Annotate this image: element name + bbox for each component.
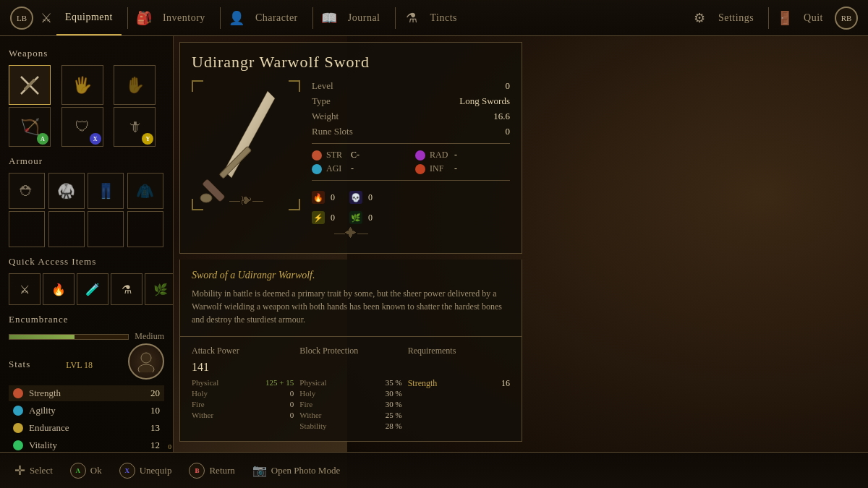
photo-action[interactable]: 📷 Open Photo Mode: [252, 463, 340, 477]
dagger-icon: 🗡: [127, 119, 142, 135]
encumbrance-bar: [9, 334, 129, 340]
armour-grid: ⛑ 🥋 👖 🧥: [9, 173, 164, 247]
avatar: 0: [128, 343, 164, 380]
quick-slot-2[interactable]: 🔥: [43, 273, 75, 305]
nav-item-equipment[interactable]: Equipment: [56, 0, 122, 35]
attack-power-col: Attack Power 141 Physical 125 + 15 Holy …: [192, 346, 294, 432]
quick-slot-5[interactable]: 🌿: [145, 273, 174, 305]
weapons-grid: 🖐 ✋ 🏹 A 🛡 X 🗡 Y: [9, 65, 164, 147]
fire-dmg-val: 0: [331, 192, 335, 203]
ornament-middle: ⸻✦⸻: [192, 227, 510, 240]
agility-value: 10: [142, 405, 160, 416]
quick-slot-4[interactable]: ⚗: [111, 273, 142, 305]
quick-slot-3[interactable]: 🧪: [77, 273, 109, 305]
type-label: Type: [312, 95, 331, 107]
fire-atk-value: 0: [290, 400, 294, 408]
armour-slot-6[interactable]: [48, 211, 85, 247]
nav-item-character[interactable]: Character: [247, 0, 307, 35]
weapon-slot-3[interactable]: ✋: [114, 65, 156, 105]
stat-row-vitality[interactable]: Vitality 12: [9, 437, 164, 452]
main-panel: Udirangr Warwolf Sword: [174, 36, 528, 452]
holy-atk-label: Holy: [192, 389, 208, 398]
weapon-slot-4[interactable]: 🏹 A: [9, 107, 51, 147]
armour-slot-chest[interactable]: 🥋: [48, 173, 85, 209]
fire-atk-label: Fire: [192, 400, 205, 408]
armour-slot-5[interactable]: [9, 211, 45, 247]
block-stability-value: 28 %: [386, 421, 402, 430]
nav-item-inventory[interactable]: Inventory: [154, 0, 214, 35]
str-dot: [312, 150, 322, 160]
damage-col-1: 🔥 0 ⚡ 0: [312, 187, 335, 224]
armour-slot-legs[interactable]: 👖: [88, 173, 124, 209]
attr-grid: STR C- RAD - AGI - INF: [312, 150, 510, 174]
stat-row-agility[interactable]: Agility 10: [9, 403, 164, 419]
weapon-slot-6[interactable]: 🗡 Y: [114, 107, 156, 147]
nature-dmg-val: 0: [368, 213, 373, 223]
unequip-btn-icon: X: [119, 463, 135, 479]
armour-slot-8[interactable]: [127, 211, 163, 247]
damage-rows: 🔥 0 ⚡ 0 💀 0 🌿: [312, 187, 510, 224]
rad-label: RAD: [430, 150, 450, 160]
flame-icon: 🔥: [51, 283, 66, 296]
ornament-bottom: ⸻❧⸻: [192, 194, 300, 207]
wither-dmg-icon: 💀: [349, 191, 362, 204]
level-value: 0: [506, 80, 511, 92]
nav-item-quit[interactable]: Quit: [795, 0, 832, 35]
armour-slot-cape[interactable]: 🧥: [127, 173, 163, 209]
return-action[interactable]: B Return: [189, 463, 234, 479]
return-label: Return: [209, 465, 234, 476]
slot-badge-a: A: [37, 133, 48, 145]
nav-item-tincts[interactable]: Tincts: [422, 0, 467, 35]
endurance-name: Endurance: [29, 422, 142, 434]
level-label: Level: [312, 80, 333, 92]
block-physical-value: 35 %: [386, 378, 402, 387]
nav-sep-3: [312, 7, 313, 29]
req-title: Requirements: [408, 346, 510, 356]
flask-icon: ⚗: [122, 283, 132, 296]
helmet-icon: ⛑: [20, 183, 34, 200]
unequip-btn-letter: X: [124, 467, 129, 474]
ok-action[interactable]: A Ok: [70, 463, 102, 479]
nav-item-journal[interactable]: Journal: [339, 0, 389, 35]
quick-slot-1[interactable]: ⚔: [9, 273, 41, 305]
slot-badge-y: Y: [142, 133, 153, 145]
block-physical-row: Physical 35 %: [299, 378, 401, 387]
block-title: Block Protection: [299, 346, 401, 356]
stat-type-line: Type Long Swords: [312, 95, 510, 107]
block-fire-row: Fire 30 %: [299, 400, 401, 408]
stat-row-strength[interactable]: Strength 20: [9, 385, 164, 401]
inf-value: -: [454, 163, 457, 174]
lore-title: Sword of a Udirangr Warwolf.: [192, 270, 510, 281]
weapons-title: Weapons: [9, 48, 164, 59]
strength-dot: [13, 388, 23, 398]
item-combat: Attack Power 141 Physical 125 + 15 Holy …: [179, 337, 522, 442]
type-value: Long Swords: [459, 95, 510, 107]
stats-title: Stats: [9, 359, 30, 370]
character-nav-icon: 👤: [226, 8, 247, 28]
weapon-slot-5[interactable]: 🛡 X: [61, 107, 103, 147]
requirements-col: Requirements Strength 16: [408, 346, 510, 432]
rb-button[interactable]: RB: [835, 7, 858, 30]
chest-icon: 🥋: [57, 182, 75, 200]
nav-bar: LB ⚔ Equipment 🎒 Inventory 👤 Character 📖…: [0, 0, 868, 36]
nav-sep-5: [768, 7, 769, 29]
return-btn-letter: B: [195, 467, 199, 474]
weapon-slot-1[interactable]: [9, 65, 51, 105]
weapon-slot-2[interactable]: 🖐: [61, 65, 103, 105]
armour-slot-7[interactable]: [88, 211, 124, 247]
armour-slot-head[interactable]: ⛑: [9, 173, 45, 209]
physical-label: Physical: [192, 378, 218, 387]
lb-button[interactable]: LB: [10, 7, 33, 30]
stat-row-endurance[interactable]: Endurance 13: [9, 420, 164, 436]
agility-dot: [13, 406, 23, 416]
hand-icon: 🖐: [72, 76, 92, 95]
quick-access-title: Quick Access Items: [9, 256, 164, 267]
potion-icon: 🧪: [85, 283, 100, 296]
select-label: Select: [30, 465, 53, 476]
agility-name: Agility: [29, 405, 142, 416]
unequip-action[interactable]: X Unequip: [119, 463, 172, 479]
quit-icon: 🚪: [775, 8, 795, 28]
nav-item-settings[interactable]: Settings: [710, 0, 762, 35]
slot-badge-x: X: [90, 133, 101, 145]
str-value: C-: [351, 150, 359, 160]
